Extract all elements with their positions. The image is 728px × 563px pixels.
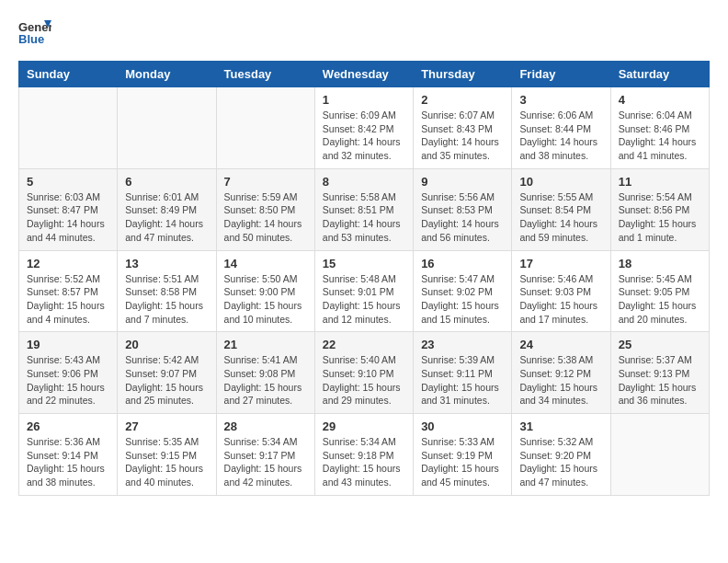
calendar-cell	[118, 87, 216, 169]
weekday-header-row: SundayMondayTuesdayWednesdayThursdayFrid…	[19, 62, 710, 87]
calendar-row: 12Sunrise: 5:52 AM Sunset: 8:57 PM Dayli…	[19, 250, 710, 332]
calendar-cell: 3Sunrise: 6:06 AM Sunset: 8:44 PM Daylig…	[512, 87, 610, 169]
calendar-cell: 4Sunrise: 6:04 AM Sunset: 8:46 PM Daylig…	[610, 87, 709, 169]
calendar-row: 5Sunrise: 6:03 AM Sunset: 8:47 PM Daylig…	[19, 168, 710, 250]
day-info: Sunrise: 5:46 AM Sunset: 9:03 PM Dayligh…	[519, 272, 602, 327]
day-info: Sunrise: 6:06 AM Sunset: 8:44 PM Dayligh…	[519, 109, 602, 163]
weekday-header: Wednesday	[314, 62, 413, 87]
day-number: 26	[27, 419, 109, 433]
calendar-cell: 26Sunrise: 5:36 AM Sunset: 9:14 PM Dayli…	[19, 414, 118, 496]
day-info: Sunrise: 5:34 AM Sunset: 9:17 PM Dayligh…	[224, 435, 307, 489]
day-number: 19	[27, 338, 109, 351]
day-info: Sunrise: 5:37 AM Sunset: 9:13 PM Dayligh…	[619, 353, 701, 408]
day-number: 14	[224, 257, 307, 270]
calendar-row: 19Sunrise: 5:43 AM Sunset: 9:06 PM Dayli…	[19, 332, 710, 414]
day-info: Sunrise: 5:51 AM Sunset: 8:58 PM Dayligh…	[125, 272, 208, 327]
day-info: Sunrise: 5:36 AM Sunset: 9:14 PM Dayligh…	[27, 435, 109, 489]
calendar-cell: 17Sunrise: 5:46 AM Sunset: 9:03 PM Dayli…	[512, 250, 610, 332]
weekday-header: Monday	[118, 62, 216, 87]
day-number: 18	[619, 257, 701, 270]
calendar-cell: 24Sunrise: 5:38 AM Sunset: 9:12 PM Dayli…	[512, 332, 610, 414]
day-info: Sunrise: 5:38 AM Sunset: 9:12 PM Dayligh…	[519, 353, 602, 408]
day-info: Sunrise: 5:56 AM Sunset: 8:53 PM Dayligh…	[421, 190, 504, 245]
calendar-cell: 8Sunrise: 5:58 AM Sunset: 8:51 PM Daylig…	[314, 168, 413, 250]
calendar-cell: 5Sunrise: 6:03 AM Sunset: 8:47 PM Daylig…	[19, 168, 118, 250]
calendar-cell: 13Sunrise: 5:51 AM Sunset: 8:58 PM Dayli…	[118, 250, 216, 332]
calendar-cell: 23Sunrise: 5:39 AM Sunset: 9:11 PM Dayli…	[414, 332, 512, 414]
calendar-cell	[216, 87, 314, 169]
day-number: 17	[519, 257, 602, 270]
day-number: 27	[125, 419, 208, 433]
day-number: 13	[125, 257, 208, 270]
calendar-cell: 18Sunrise: 5:45 AM Sunset: 9:05 PM Dayli…	[610, 250, 709, 332]
calendar-cell: 30Sunrise: 5:33 AM Sunset: 9:19 PM Dayli…	[414, 414, 512, 496]
day-info: Sunrise: 6:07 AM Sunset: 8:43 PM Dayligh…	[421, 109, 504, 163]
day-info: Sunrise: 6:04 AM Sunset: 8:46 PM Dayligh…	[619, 109, 701, 163]
calendar-cell: 14Sunrise: 5:50 AM Sunset: 9:00 PM Dayli…	[216, 250, 314, 332]
day-info: Sunrise: 5:59 AM Sunset: 8:50 PM Dayligh…	[224, 190, 307, 245]
day-info: Sunrise: 5:47 AM Sunset: 9:02 PM Dayligh…	[421, 272, 504, 327]
day-info: Sunrise: 5:33 AM Sunset: 9:19 PM Dayligh…	[421, 435, 504, 489]
day-number: 23	[421, 338, 504, 351]
day-info: Sunrise: 5:41 AM Sunset: 9:08 PM Dayligh…	[224, 353, 307, 408]
day-number: 6	[125, 175, 208, 189]
day-info: Sunrise: 5:43 AM Sunset: 9:06 PM Dayligh…	[27, 353, 109, 408]
calendar-cell: 9Sunrise: 5:56 AM Sunset: 8:53 PM Daylig…	[414, 168, 512, 250]
calendar-cell: 12Sunrise: 5:52 AM Sunset: 8:57 PM Dayli…	[19, 250, 118, 332]
calendar-cell: 16Sunrise: 5:47 AM Sunset: 9:02 PM Dayli…	[414, 250, 512, 332]
day-info: Sunrise: 5:50 AM Sunset: 9:00 PM Dayligh…	[224, 272, 307, 327]
weekday-header: Tuesday	[216, 62, 314, 87]
day-info: Sunrise: 5:52 AM Sunset: 8:57 PM Dayligh…	[27, 272, 109, 327]
day-number: 24	[519, 338, 602, 351]
calendar-cell: 6Sunrise: 6:01 AM Sunset: 8:49 PM Daylig…	[118, 168, 216, 250]
day-number: 22	[323, 338, 405, 351]
day-number: 28	[224, 419, 307, 433]
day-info: Sunrise: 6:09 AM Sunset: 8:42 PM Dayligh…	[323, 109, 405, 163]
day-number: 12	[27, 257, 109, 270]
logo: General Blue	[18, 18, 51, 46]
day-number: 2	[421, 93, 504, 107]
day-info: Sunrise: 5:45 AM Sunset: 9:05 PM Dayligh…	[619, 272, 701, 327]
day-number: 10	[519, 175, 602, 189]
day-info: Sunrise: 5:34 AM Sunset: 9:18 PM Dayligh…	[323, 435, 405, 489]
day-info: Sunrise: 5:40 AM Sunset: 9:10 PM Dayligh…	[323, 353, 405, 408]
day-number: 16	[421, 257, 504, 270]
calendar-table: SundayMondayTuesdayWednesdayThursdayFrid…	[18, 61, 710, 496]
weekday-header: Friday	[512, 62, 610, 87]
day-number: 29	[323, 419, 405, 433]
calendar-row: 1Sunrise: 6:09 AM Sunset: 8:42 PM Daylig…	[19, 87, 710, 169]
calendar-cell: 22Sunrise: 5:40 AM Sunset: 9:10 PM Dayli…	[314, 332, 413, 414]
calendar-cell: 28Sunrise: 5:34 AM Sunset: 9:17 PM Dayli…	[216, 414, 314, 496]
day-number: 3	[519, 93, 602, 107]
day-info: Sunrise: 6:03 AM Sunset: 8:47 PM Dayligh…	[27, 190, 109, 245]
day-number: 25	[619, 338, 701, 351]
calendar-cell: 21Sunrise: 5:41 AM Sunset: 9:08 PM Dayli…	[216, 332, 314, 414]
day-info: Sunrise: 5:42 AM Sunset: 9:07 PM Dayligh…	[125, 353, 208, 408]
calendar-cell	[610, 414, 709, 496]
calendar-cell: 25Sunrise: 5:37 AM Sunset: 9:13 PM Dayli…	[610, 332, 709, 414]
page-header: General Blue	[18, 18, 710, 46]
svg-text:Blue: Blue	[18, 32, 44, 46]
day-number: 4	[619, 93, 701, 107]
weekday-header: Thursday	[414, 62, 512, 87]
day-number: 30	[421, 419, 504, 433]
day-info: Sunrise: 5:58 AM Sunset: 8:51 PM Dayligh…	[323, 190, 405, 245]
day-info: Sunrise: 5:35 AM Sunset: 9:15 PM Dayligh…	[125, 435, 208, 489]
day-number: 1	[323, 93, 405, 107]
day-info: Sunrise: 5:48 AM Sunset: 9:01 PM Dayligh…	[323, 272, 405, 327]
calendar-cell: 2Sunrise: 6:07 AM Sunset: 8:43 PM Daylig…	[414, 87, 512, 169]
logo-icon: General Blue	[18, 18, 51, 46]
day-info: Sunrise: 6:01 AM Sunset: 8:49 PM Dayligh…	[125, 190, 208, 245]
day-number: 20	[125, 338, 208, 351]
calendar-cell: 10Sunrise: 5:55 AM Sunset: 8:54 PM Dayli…	[512, 168, 610, 250]
calendar-cell: 27Sunrise: 5:35 AM Sunset: 9:15 PM Dayli…	[118, 414, 216, 496]
calendar-cell: 15Sunrise: 5:48 AM Sunset: 9:01 PM Dayli…	[314, 250, 413, 332]
day-number: 7	[224, 175, 307, 189]
day-info: Sunrise: 5:39 AM Sunset: 9:11 PM Dayligh…	[421, 353, 504, 408]
calendar-cell: 1Sunrise: 6:09 AM Sunset: 8:42 PM Daylig…	[314, 87, 413, 169]
day-number: 9	[421, 175, 504, 189]
day-number: 31	[519, 419, 602, 433]
day-number: 8	[323, 175, 405, 189]
day-number: 11	[619, 175, 701, 189]
calendar-cell: 7Sunrise: 5:59 AM Sunset: 8:50 PM Daylig…	[216, 168, 314, 250]
